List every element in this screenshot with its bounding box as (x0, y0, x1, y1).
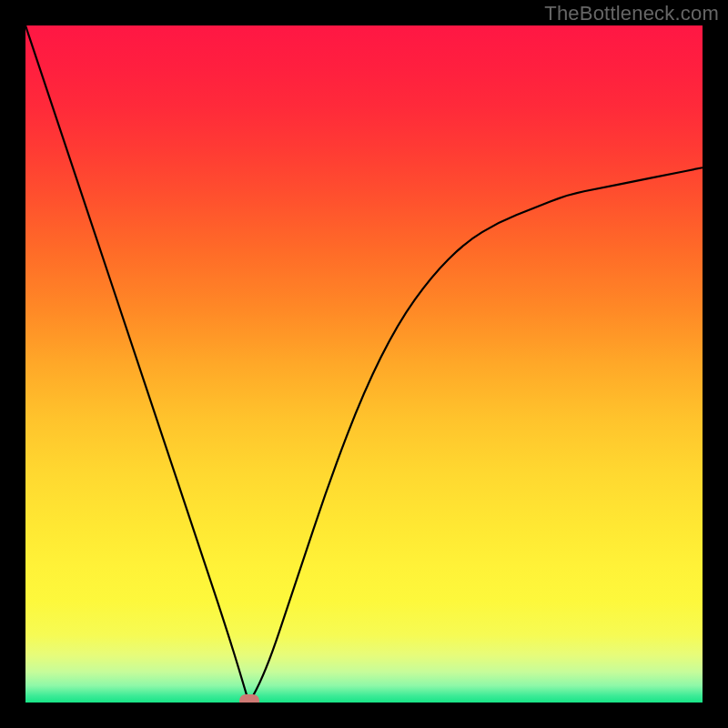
bottleneck-curve (25, 25, 703, 703)
watermark-text: TheBottleneck.com (544, 2, 719, 25)
plot-area (25, 25, 703, 703)
chart-frame: TheBottleneck.com (0, 0, 728, 728)
optimum-marker (239, 694, 259, 703)
